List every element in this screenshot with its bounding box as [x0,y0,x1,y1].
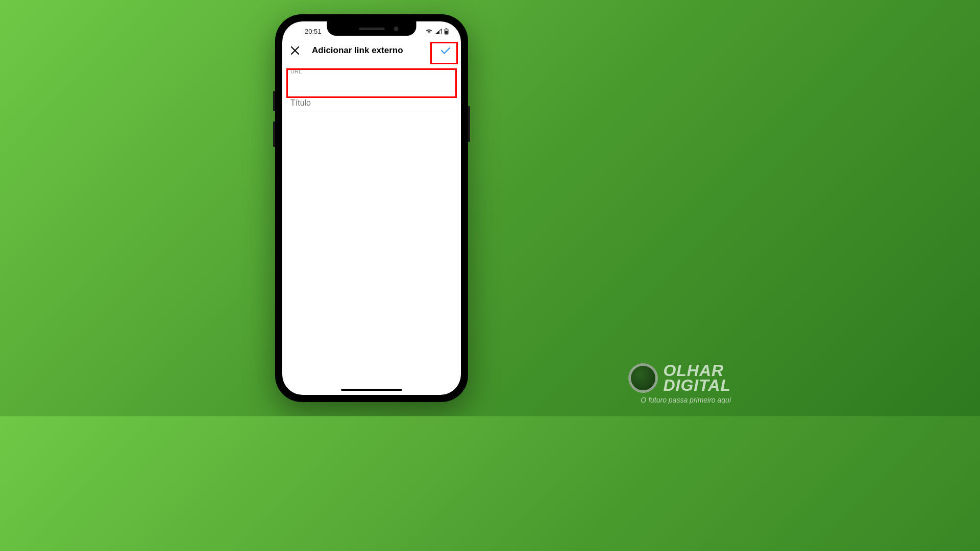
brand-tagline: O futuro passa primeiro aqui [641,396,731,404]
confirm-button[interactable] [437,42,454,59]
page-title: Adicionar link externo [312,45,403,56]
brand-logo: OLHAR DIGITAL O futuro passa primeiro aq… [628,363,731,404]
title-field-container [290,91,453,112]
close-icon [290,45,300,56]
home-indicator [341,389,402,391]
phone-mockup: 20:51 Adicionar link externo [275,14,468,402]
phone-screen: 20:51 Adicionar link externo [282,21,461,395]
url-field-container: URL [290,63,453,91]
phone-notch [327,21,416,36]
title-input[interactable] [290,91,453,112]
url-label: URL [290,68,453,74]
svg-rect-2 [445,31,448,34]
globe-icon [628,363,658,393]
close-button[interactable] [289,45,301,56]
signal-icon [435,29,442,34]
battery-icon [444,28,449,35]
app-header: Adicionar link externo [282,38,461,63]
checkmark-icon [439,44,452,57]
brand-line2: DIGITAL [663,378,731,393]
svg-rect-1 [446,28,447,29]
status-time: 20:51 [292,28,322,35]
wifi-icon [425,29,433,34]
url-input[interactable] [290,78,453,88]
link-form: URL [282,63,461,112]
